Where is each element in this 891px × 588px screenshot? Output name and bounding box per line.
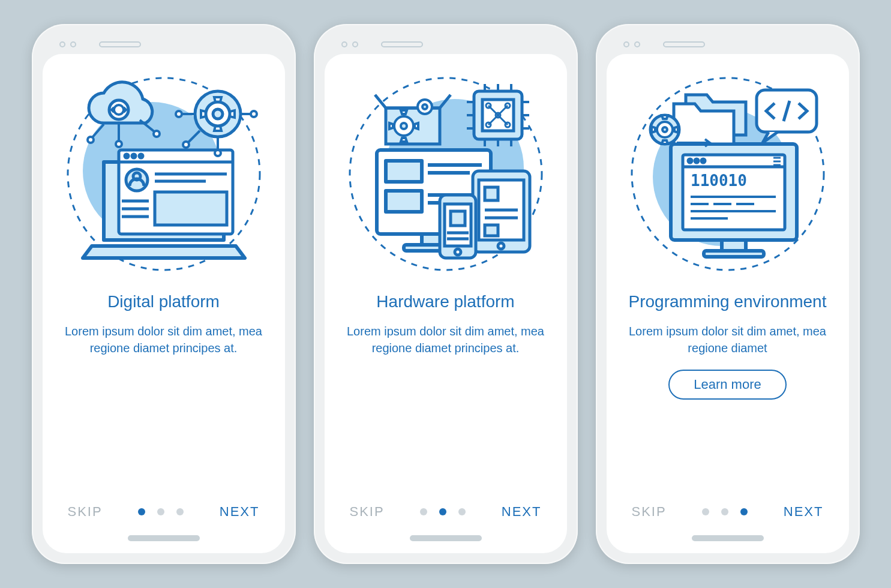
svg-text:110010: 110010 <box>691 172 747 190</box>
svg-point-19 <box>88 137 94 143</box>
svg-rect-11 <box>155 192 227 225</box>
onboarding-title: Hardware platform <box>376 291 514 312</box>
page-dot-3[interactable] <box>458 508 466 515</box>
phone-frame-2: Hardware platform Lorem ipsum dolor sit … <box>314 24 578 564</box>
onboarding-screen-1: Digital platform Lorem ipsum dolor sit d… <box>43 54 285 553</box>
learn-more-button[interactable]: Learn more <box>668 370 787 400</box>
page-dot-2[interactable] <box>721 508 728 515</box>
onboarding-description: Lorem ipsum dolor sit dim amet, mea regi… <box>62 323 266 356</box>
svg-point-102 <box>662 127 667 132</box>
svg-point-89 <box>688 159 692 163</box>
svg-point-91 <box>701 159 705 163</box>
svg-rect-53 <box>451 211 465 226</box>
phone-top-bar <box>43 35 285 54</box>
next-button[interactable]: NEXT <box>502 504 542 520</box>
svg-rect-46 <box>485 187 498 200</box>
skip-button[interactable]: SKIP <box>350 504 385 520</box>
svg-point-6 <box>139 154 143 158</box>
svg-rect-86 <box>704 251 764 257</box>
phone-frame-1: Digital platform Lorem ipsum dolor sit d… <box>32 24 296 564</box>
onboarding-title: Digital platform <box>107 291 220 312</box>
phone-top-bar <box>325 35 567 54</box>
svg-rect-49 <box>485 225 498 236</box>
next-button[interactable]: NEXT <box>784 504 824 520</box>
svg-point-32 <box>183 142 189 148</box>
onboarding-nav: SKIP NEXT <box>343 504 549 524</box>
onboarding-nav: SKIP NEXT <box>625 504 831 524</box>
svg-point-24 <box>213 109 223 119</box>
page-dot-1[interactable] <box>138 508 145 515</box>
svg-point-21 <box>154 131 160 137</box>
svg-point-90 <box>695 159 698 163</box>
svg-point-58 <box>401 123 407 129</box>
skip-button[interactable]: SKIP <box>68 504 103 520</box>
programming-environment-illustration: 110010 <box>626 72 830 276</box>
digital-platform-illustration <box>62 72 266 276</box>
page-dot-2[interactable] <box>157 508 164 515</box>
svg-point-28 <box>176 111 182 117</box>
page-indicator <box>138 508 184 515</box>
home-indicator <box>692 535 764 541</box>
svg-point-50 <box>498 243 504 249</box>
page-dot-1[interactable] <box>420 508 427 515</box>
svg-point-60 <box>422 104 427 109</box>
svg-point-17 <box>116 141 122 147</box>
svg-point-30 <box>251 111 257 117</box>
onboarding-description: Lorem ipsum dolor sit dim amet, mea regi… <box>344 323 548 356</box>
svg-rect-41 <box>386 191 422 212</box>
hardware-platform-illustration <box>344 72 548 276</box>
onboarding-screen-2: Hardware platform Lorem ipsum dolor sit … <box>325 54 567 553</box>
svg-point-5 <box>132 154 136 158</box>
skip-button[interactable]: SKIP <box>632 504 667 520</box>
svg-point-56 <box>455 249 461 255</box>
svg-rect-38 <box>386 161 422 182</box>
onboarding-title: Programming environment <box>629 291 827 312</box>
onboarding-description: Lorem ipsum dolor sit dim amet, mea regi… <box>626 323 830 356</box>
next-button[interactable]: NEXT <box>220 504 260 520</box>
svg-point-26 <box>215 150 221 156</box>
page-dot-3[interactable] <box>176 508 184 515</box>
phone-top-bar <box>607 35 849 54</box>
page-dot-2[interactable] <box>439 508 446 515</box>
page-dot-3[interactable] <box>740 508 748 515</box>
page-indicator <box>420 508 466 515</box>
onboarding-nav: SKIP NEXT <box>61 504 267 524</box>
svg-point-4 <box>125 154 128 158</box>
onboarding-screen-3: 110010 <box>607 54 849 553</box>
page-indicator <box>702 508 748 515</box>
home-indicator <box>128 535 200 541</box>
phone-frame-3: 110010 <box>596 24 860 564</box>
home-indicator <box>410 535 482 541</box>
page-dot-1[interactable] <box>702 508 709 515</box>
